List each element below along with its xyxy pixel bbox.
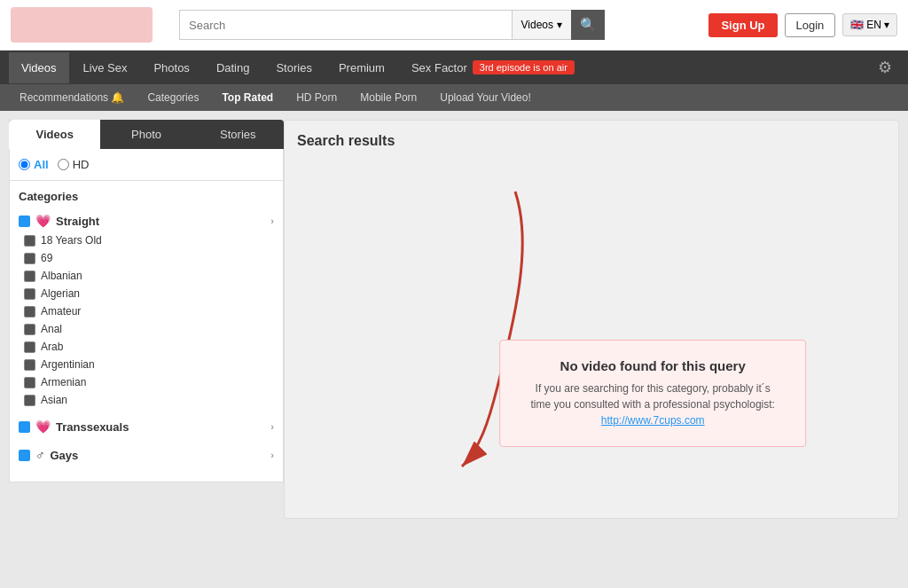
straight-arrow: › (270, 216, 274, 226)
item-checkbox[interactable] (24, 270, 35, 282)
content-area: Videos Photo Stories All HD Categories 💗… (0, 111, 908, 528)
filter-hd-radio[interactable] (58, 159, 69, 170)
list-item[interactable]: 69 (24, 249, 274, 267)
search-button[interactable]: 🔍 (571, 10, 605, 40)
item-checkbox[interactable] (24, 306, 35, 318)
list-item[interactable]: Argentinian (24, 356, 274, 373)
category-group-transsexuals: 💗 Transsexuals › (19, 416, 274, 437)
chevron-down-icon: ▾ (557, 19, 562, 31)
nav-item-live-sex[interactable]: Live Sex (71, 52, 140, 83)
categories-box: Categories 💗 Straight › 18 Years Old 69 … (9, 181, 284, 482)
list-item[interactable]: Albanian (24, 267, 274, 285)
sidebar-tabs: Videos Photo Stories (9, 120, 284, 149)
category-group-gays-header[interactable]: ♂ Gays › (19, 444, 274, 466)
subnav-hd-porn[interactable]: HD Porn (286, 84, 348, 111)
straight-icon: 💗 (35, 214, 51, 228)
sidebar-tab-photo[interactable]: Photo (100, 120, 192, 149)
header: Videos ▾ 🔍 Sign Up Login 🇬🇧 EN ▾ (0, 0, 908, 51)
nav-item-premium[interactable]: Premium (326, 52, 397, 83)
transsexuals-arrow: › (270, 421, 274, 432)
list-item[interactable]: Anal (24, 320, 274, 338)
gays-checkbox[interactable] (19, 450, 30, 461)
login-button[interactable]: Login (785, 13, 836, 37)
nav-item-dating[interactable]: Dating (204, 52, 262, 83)
main-nav: Videos Live Sex Photos Dating Stories Pr… (0, 51, 908, 84)
search-type-button[interactable]: Videos ▾ (512, 10, 571, 40)
nav-item-stories[interactable]: Stories (263, 52, 324, 83)
subnav-categories[interactable]: Categories (137, 84, 209, 111)
sidebar-tab-stories[interactable]: Stories (192, 120, 284, 149)
item-checkbox[interactable] (24, 395, 35, 406)
gays-arrow: › (270, 450, 274, 460)
list-item[interactable]: Algerian (24, 285, 274, 302)
filter-all-label[interactable]: All (19, 158, 49, 171)
subnav-upload[interactable]: Upload Your Video! (429, 84, 542, 111)
item-checkbox[interactable] (24, 288, 35, 300)
signup-button[interactable]: Sign Up (708, 13, 777, 37)
item-checkbox[interactable] (24, 324, 35, 335)
category-group-transsexuals-header[interactable]: 💗 Transsexuals › (19, 416, 274, 437)
filter-all-text: All (34, 158, 49, 171)
transsexuals-checkbox[interactable] (19, 421, 30, 433)
no-results-subtitle: If you are searching for this category, … (527, 380, 779, 428)
chevron-down-icon: ▾ (884, 19, 889, 31)
item-checkbox[interactable] (24, 377, 35, 388)
no-results-link[interactable]: http://www.7cups.com (601, 414, 705, 427)
flag-icon: 🇬🇧 (850, 19, 864, 31)
straight-checkbox[interactable] (19, 216, 30, 227)
search-icon: 🔍 (580, 17, 597, 33)
nav-item-sex-factor[interactable]: Sex Factor 3rd episode is on air (399, 51, 587, 83)
sidebar: Videos Photo Stories All HD Categories 💗… (9, 120, 284, 519)
gays-label: Gays (51, 449, 79, 462)
list-item[interactable]: Asian (24, 391, 274, 409)
item-checkbox[interactable] (24, 253, 35, 264)
item-checkbox[interactable] (24, 341, 35, 353)
filter-hd-label[interactable]: HD (58, 158, 90, 171)
sex-factor-badge: 3rd episode is on air (473, 60, 575, 74)
category-group-gays: ♂ Gays › (19, 444, 274, 466)
filter-all-radio[interactable] (19, 159, 30, 170)
subnav-mobile-porn[interactable]: Mobile Porn (349, 84, 427, 111)
item-checkbox[interactable] (24, 359, 35, 371)
subnav-top-rated[interactable]: Top Rated (211, 84, 284, 111)
results-title: Search results (297, 133, 886, 149)
language-button[interactable]: 🇬🇧 EN ▾ (842, 13, 897, 36)
search-input[interactable] (179, 10, 512, 40)
transsexuals-icon: 💗 (35, 419, 51, 434)
straight-category-list: 18 Years Old 69 Albanian Algerian Amateu… (19, 231, 274, 409)
sub-nav: Recommendations 🔔 Categories Top Rated H… (0, 84, 908, 111)
list-item[interactable]: Amateur (24, 302, 274, 320)
straight-label: Straight (56, 215, 99, 228)
main-results: Search results No video found for this q… (284, 120, 899, 519)
transsexuals-label: Transsexuals (56, 420, 129, 434)
no-results-box: No video found for this query If you are… (499, 340, 806, 447)
gays-icon: ♂ (35, 448, 45, 462)
no-results-title: No video found for this query (527, 358, 779, 373)
category-group-straight: 💗 Straight › 18 Years Old 69 Albanian Al… (19, 210, 274, 409)
list-item[interactable]: 18 Years Old (24, 231, 274, 249)
settings-icon[interactable]: ⚙ (871, 51, 899, 84)
item-checkbox[interactable] (24, 235, 35, 247)
category-group-straight-header[interactable]: 💗 Straight › (19, 210, 274, 231)
categories-title: Categories (19, 190, 274, 203)
logo (11, 7, 153, 43)
subnav-recommendations[interactable]: Recommendations 🔔 (9, 84, 135, 111)
search-bar: Videos ▾ 🔍 (179, 10, 605, 40)
filter-hd-text: HD (73, 158, 90, 171)
sidebar-tab-videos[interactable]: Videos (9, 120, 100, 149)
nav-item-videos[interactable]: Videos (9, 52, 69, 83)
nav-item-photos[interactable]: Photos (141, 52, 201, 83)
sidebar-filter: All HD (9, 149, 284, 181)
list-item[interactable]: Armenian (24, 373, 274, 391)
list-item[interactable]: Arab (24, 338, 274, 356)
header-actions: Sign Up Login 🇬🇧 EN ▾ (708, 13, 897, 37)
